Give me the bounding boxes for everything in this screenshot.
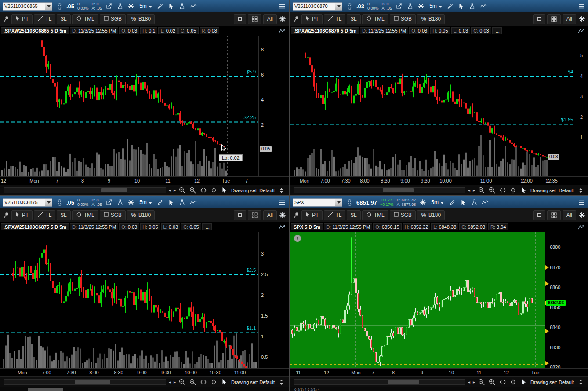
pointer-mode-icon[interactable] (221, 377, 229, 387)
timeframe-select[interactable]: 5m (138, 199, 153, 205)
tool-button-tl[interactable]: TL (34, 14, 55, 24)
chart-plot-area[interactable] (0, 232, 258, 368)
scroll-right-icon[interactable]: ▸ (174, 188, 176, 193)
pin-icon[interactable] (2, 14, 10, 24)
all-button[interactable]: All (263, 14, 277, 24)
scroll-right-icon[interactable]: ▸ (473, 188, 475, 193)
symbol-dropdown-button[interactable] (335, 2, 342, 11)
scrollbar-handle[interactable] (383, 188, 414, 192)
drawing-set-toggle-icon[interactable] (577, 377, 584, 387)
pan-icon[interactable] (200, 186, 207, 195)
tool-button-sgb[interactable]: SGB (390, 210, 416, 220)
chart-plot-area[interactable]: ! (290, 232, 545, 368)
tool-button-b180[interactable]: %B180 (127, 14, 155, 24)
flask-icon[interactable] (468, 1, 476, 11)
pointer-mode-icon[interactable] (520, 186, 528, 195)
beaker-icon[interactable] (406, 1, 414, 11)
export-icon[interactable] (395, 1, 403, 11)
studies-gear-icon[interactable] (127, 1, 135, 11)
grid-layout-button[interactable] (248, 210, 261, 220)
chart-scrollbar[interactable] (4, 379, 166, 385)
menu-icon[interactable] (278, 1, 286, 11)
symbol-dropdown-button[interactable] (45, 2, 52, 11)
drawing-set-label[interactable]: Drawing set: Default (231, 188, 275, 193)
link-icon[interactable] (345, 1, 353, 11)
drawing-set-label[interactable]: Drawing set: Default (530, 380, 574, 385)
chart-scrollbar[interactable] (4, 187, 166, 193)
tool-button-tml[interactable]: TML (72, 210, 98, 220)
chart-plot-area[interactable]: 0.03 (290, 36, 576, 176)
zoom-in-icon[interactable] (189, 377, 197, 387)
drawing-set-label[interactable]: Drawing set: Default (231, 380, 275, 385)
symbol-input[interactable] (293, 198, 335, 207)
chart-style-icon[interactable] (278, 26, 286, 36)
gear-icon[interactable] (279, 14, 287, 24)
menu-icon[interactable] (577, 197, 585, 207)
flask-icon[interactable] (178, 197, 186, 207)
tool-button-pt[interactable]: PT (11, 210, 33, 220)
symbol-dropdown-button[interactable] (45, 198, 52, 207)
symbol-input[interactable] (3, 198, 45, 207)
tool-button-sl[interactable]: $L (347, 14, 360, 24)
symbol-input[interactable] (293, 2, 335, 11)
pointer-mode-icon[interactable] (520, 377, 528, 387)
cursor-icon[interactable] (167, 1, 175, 11)
drawing-set-toggle-icon[interactable] (577, 186, 584, 195)
chart-scrollbar[interactable] (294, 379, 465, 385)
zoom-out-icon[interactable] (178, 377, 186, 387)
scroll-left-icon[interactable]: ◂ (169, 380, 171, 384)
alert-icon[interactable]: ! (294, 235, 301, 242)
gear-icon[interactable] (578, 14, 586, 24)
studies-gear-icon[interactable] (417, 1, 425, 11)
drawing-tool-icon[interactable] (156, 1, 164, 11)
chart-scrollbar[interactable] (294, 187, 465, 193)
chart-style-icon[interactable] (577, 222, 585, 232)
chart-plot-area[interactable]: Lo: 0.02 (0, 36, 258, 176)
pattern-icon[interactable] (189, 1, 197, 11)
tool-button-pt[interactable]: PT (301, 210, 323, 220)
link-icon[interactable] (55, 197, 63, 207)
grid-layout-button[interactable] (547, 210, 561, 220)
tool-button-b180[interactable]: %B180 (417, 14, 445, 24)
drawing-set-toggle-icon[interactable] (277, 377, 285, 387)
tool-button-sgb[interactable]: SGB (390, 14, 416, 24)
single-chart-button[interactable] (234, 210, 246, 220)
scroll-right-icon[interactable]: ▸ (174, 380, 176, 384)
scroll-left-icon[interactable]: ◂ (468, 188, 470, 193)
tool-button-b180[interactable]: %B180 (127, 210, 155, 220)
strip-scroll-handle[interactable] (28, 388, 63, 391)
pattern-icon[interactable] (479, 1, 487, 11)
tool-button-pt[interactable]: PT (11, 14, 33, 24)
flask-icon[interactable] (178, 1, 186, 11)
tool-button-tml[interactable]: TML (362, 210, 388, 220)
gear-icon[interactable] (279, 210, 287, 220)
gear-icon[interactable] (578, 210, 586, 220)
cursor-icon[interactable] (459, 197, 467, 207)
scroll-left-icon[interactable]: ◂ (169, 188, 171, 193)
grid-layout-button[interactable] (547, 14, 561, 24)
studies-gear-icon[interactable] (127, 197, 135, 207)
link-icon[interactable] (55, 1, 63, 11)
scrollbar-handle[interactable] (388, 380, 419, 384)
tool-button-tml[interactable]: TML (72, 14, 98, 24)
drawing-tool-icon[interactable] (156, 197, 164, 207)
zoom-out-icon[interactable] (478, 377, 486, 387)
export-icon[interactable] (105, 1, 113, 11)
zoom-in-icon[interactable] (189, 186, 197, 195)
single-chart-button[interactable] (533, 14, 545, 24)
single-chart-button[interactable] (533, 210, 545, 220)
pin-icon[interactable] (292, 210, 300, 220)
drawing-set-label[interactable]: Drawing set: Default (530, 188, 574, 193)
chart-style-icon[interactable] (278, 222, 286, 232)
cursor-icon[interactable] (457, 1, 465, 11)
scrollbar-handle[interactable] (75, 380, 110, 384)
zoom-in-icon[interactable] (488, 186, 496, 195)
tool-button-b180[interactable]: %B180 (417, 210, 445, 220)
tool-button-tl[interactable]: TL (324, 210, 345, 220)
tool-button-tml[interactable]: TML (362, 14, 388, 24)
scroll-right-icon[interactable]: ▸ (473, 380, 475, 384)
pan-icon[interactable] (200, 377, 207, 387)
symbol-dropdown-button[interactable] (335, 198, 342, 207)
pan-icon[interactable] (499, 377, 507, 387)
menu-icon[interactable] (278, 197, 286, 207)
